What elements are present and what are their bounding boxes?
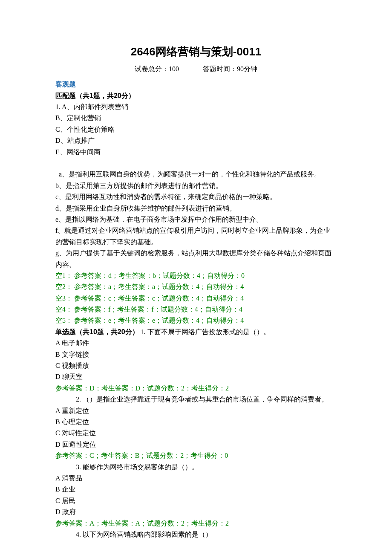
- match-option-b: B、定制化营销: [55, 113, 337, 124]
- q1-option-d: D 聊天室: [55, 371, 337, 382]
- match-desc-c: c、是利用网络互动性和消费者的需求特征，来确定商品价格的一种策略。: [55, 191, 337, 202]
- single-choice-header: 单选题（共10题，共20分）: [55, 327, 139, 338]
- time-limit-label: 答题时间：90分钟: [203, 65, 257, 72]
- q3-option-d: D 政府: [55, 506, 337, 517]
- q3-stem: 3. 能够作为网络市场交易客体的是（）。: [55, 462, 337, 473]
- match-blank-2-answer: 空2： 参考答案：a；考生答案：a；试题分数：4；自动得分：4: [55, 281, 337, 292]
- q2-option-d: D 回避性定位: [55, 439, 337, 450]
- q2-option-b: B 心理定位: [55, 416, 337, 428]
- single-choice-row: 单选题（共10题，共20分） 1. 下面不属于网络广告投放形式的是（）。: [55, 327, 337, 338]
- q3-option-c: C 居民: [55, 495, 337, 506]
- q2-answer: 参考答案：C；考生答案：B；试题分数：2；考生得分：0: [55, 450, 337, 461]
- q1-answer: 参考答案：D；考生答案：D；试题分数：2；考生得分：2: [55, 383, 337, 394]
- matching-section-header: 匹配题（共1题，共20分）: [55, 90, 337, 101]
- page-title: 2646网络营销与策划-0011: [55, 43, 337, 61]
- q1-option-c: C 视频播放: [55, 360, 337, 371]
- q3-option-b: B 企业: [55, 484, 337, 495]
- q2-option-c: C 对峙性定位: [55, 428, 337, 439]
- blank-line: [55, 158, 337, 169]
- q1-stem: 1. 下面不属于网络广告投放形式的是（）。: [141, 328, 270, 335]
- q3-answer: 参考答案：A；考生答案：A；试题分数：2；考生得分：2: [55, 518, 337, 529]
- q3-option-a: A 消费品: [55, 473, 337, 484]
- document-page: 2646网络营销与策划-0011 试卷总分：100 答题时间：90分钟 客观题 …: [0, 0, 392, 555]
- match-option-e: E、网络中间商: [55, 147, 337, 158]
- match-option-d: D、站点推广: [55, 135, 337, 146]
- match-desc-d: d、是指采用企业自身所收集并维护的邮件列表进行的营销。: [55, 203, 337, 214]
- match-blank-3-answer: 空3： 参考答案：c；考生答案：c；试题分数：4；自动得分：4: [55, 293, 337, 304]
- q1-option-a: A 电子邮件: [55, 338, 337, 349]
- q1-option-b: B 文字链接: [55, 349, 337, 360]
- q2-stem: 2. （）是指企业选择靠近于现有竞争者或与其重合的市场位置，争夺同样的消费者。: [55, 394, 337, 405]
- match-option-c: C、个性化定价策略: [55, 124, 337, 135]
- objective-section-header: 客观题: [55, 79, 337, 90]
- match-option-a: 1. A、内部邮件列表营销: [55, 101, 337, 113]
- match-desc-a: a、是指利用互联网自身的优势，为顾客提供一对一的，个性化和独特化的产品或服务。: [55, 169, 337, 180]
- match-blank-5-answer: 空5： 参考答案：e；考生答案：e；试题分数：4；自动得分：4: [55, 315, 337, 326]
- total-score-label: 试卷总分：100: [135, 65, 179, 72]
- match-desc-e: e、是指以网络为基础，在电子商务市场中发挥中介作用的新型中介。: [55, 214, 337, 225]
- match-blank-4-answer: 空4： 参考答案：f；考生答案：f；试题分数：4；自动得分：4: [55, 304, 337, 315]
- match-desc-g: g、为用户提供了基于关键词的检索服务，站点利用大型数据库分类存储各种站点介绍和页…: [55, 248, 337, 270]
- match-desc-b: b、是指采用第三方所提供的邮件列表进行的邮件营销。: [55, 180, 337, 191]
- exam-meta-row: 试卷总分：100 答题时间：90分钟: [55, 64, 337, 75]
- q2-option-a: A 重新定位: [55, 405, 337, 416]
- match-desc-f: f、就是通过对企业网络营销站点的宣传吸引用户访问，同时树立企业网上品牌形象，为企…: [55, 225, 337, 248]
- q4-stem: 4. 以下为网络营销战略内部影响因素的是（）: [55, 529, 337, 540]
- match-blank-1-answer: 空1： 参考答案：d；考生答案：b；试题分数：4；自动得分：0: [55, 270, 337, 281]
